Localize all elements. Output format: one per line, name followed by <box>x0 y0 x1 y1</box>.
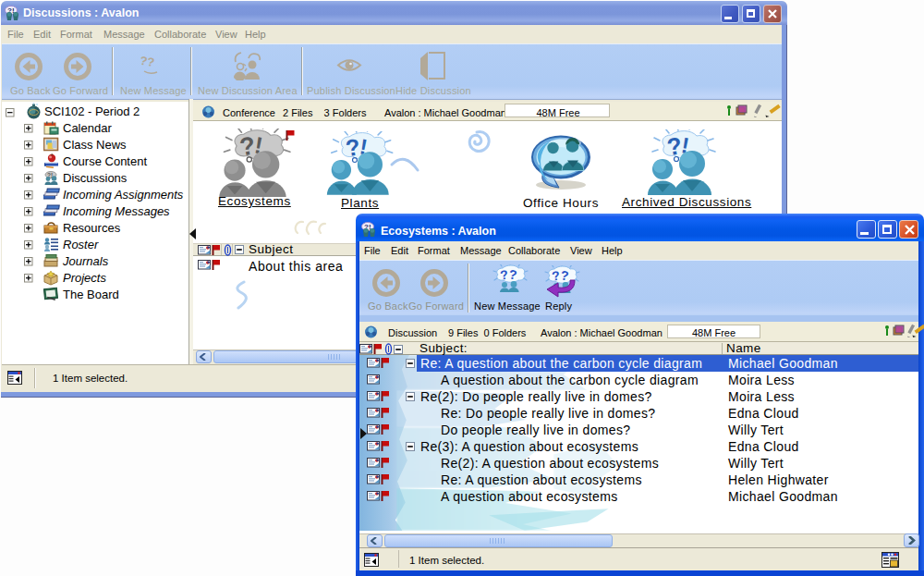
svg-text:??: ?? <box>139 54 155 70</box>
